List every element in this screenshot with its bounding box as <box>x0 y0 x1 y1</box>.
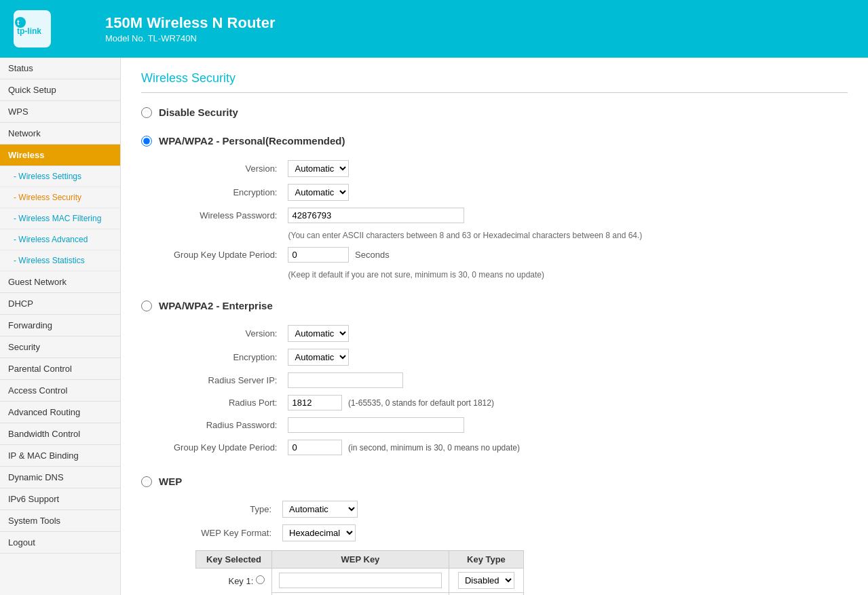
sidebar-item-bandwidth-control[interactable]: Bandwidth Control <box>0 423 120 445</box>
wep-key-header: WEP Key <box>271 551 449 569</box>
enterprise-group-key-label: Group Key Update Period: <box>168 436 282 459</box>
wpa-enterprise-label[interactable]: WPA/WPA2 - Enterprise <box>159 300 273 311</box>
sidebar-item-quick-setup[interactable]: Quick Setup <box>0 79 120 101</box>
wpa-personal-form: Version: Automatic WPA WPA2 Encryption: … <box>168 157 647 283</box>
sidebar-item-ipv6-support[interactable]: IPv6 Support <box>0 488 120 510</box>
sidebar: Status Quick Setup WPS Network Wireless … <box>0 58 121 595</box>
logo: tp-link t <box>14 10 51 47</box>
wpa-personal-label[interactable]: WPA/WPA2 - Personal(Recommended) <box>159 135 345 147</box>
header-info: 150M Wireless N Router Model No. TL-WR74… <box>105 14 275 43</box>
wep-key1-type-cell: Disabled 64bit 128bit 152bit <box>449 569 523 593</box>
enterprise-radius-port-label: Radius Port: <box>168 391 282 414</box>
sidebar-item-wireless-statistics[interactable]: - Wireless Statistics <box>0 250 120 271</box>
wep-radio[interactable] <box>141 476 152 487</box>
wpa-personal-section: WPA/WPA2 - Personal(Recommended) Version… <box>141 135 848 283</box>
sidebar-item-ip-mac-binding[interactable]: IP & MAC Binding <box>0 445 120 467</box>
header: tp-link t 150M Wireless N Router Model N… <box>0 0 868 58</box>
wep-type-label: Type: <box>168 497 277 521</box>
enterprise-version-label: Version: <box>168 322 282 345</box>
wep-key1-type-select[interactable]: Disabled 64bit 128bit 152bit <box>458 572 514 589</box>
sidebar-item-status[interactable]: Status <box>0 58 120 79</box>
enterprise-radius-password-input[interactable] <box>288 417 464 433</box>
sidebar-item-wireless-security[interactable]: - Wireless Security <box>0 187 120 208</box>
enterprise-version-row: Version: Automatic WPA WPA2 <box>168 322 525 345</box>
wpa-personal-radio[interactable] <box>141 136 152 147</box>
personal-group-key-input[interactable] <box>288 247 349 263</box>
personal-group-key-hint: (Keep it default if you are not sure, mi… <box>288 270 544 280</box>
sidebar-item-dhcp[interactable]: DHCP <box>0 293 120 315</box>
sidebar-item-dynamic-dns[interactable]: Dynamic DNS <box>0 467 120 488</box>
enterprise-radius-port-hint: (1-65535, 0 stands for default port 1812… <box>348 398 494 408</box>
enterprise-radius-port-row: Radius Port: (1-65535, 0 stands for defa… <box>168 391 525 414</box>
sidebar-item-logout[interactable]: Logout <box>0 532 120 554</box>
enterprise-encryption-label: Encryption: <box>168 345 282 369</box>
enterprise-radius-port-input[interactable] <box>288 395 342 410</box>
enterprise-group-key-input[interactable] <box>288 440 342 455</box>
wep-key-type-header: Key Type <box>449 551 523 569</box>
header-title: 150M Wireless N Router <box>105 14 275 32</box>
sidebar-item-guest-network[interactable]: Guest Network <box>0 271 120 293</box>
personal-password-hint-row: (You can enter ASCII characters between … <box>168 227 647 244</box>
personal-password-input[interactable] <box>288 208 464 223</box>
personal-encryption-select[interactable]: Automatic TKIP AES <box>288 184 349 201</box>
wep-key2-row: Key 2: Disabled 64bit 128bit 152b <box>196 593 524 596</box>
sidebar-item-wireless-mac-filtering[interactable]: - Wireless MAC Filtering <box>0 208 120 229</box>
enterprise-radius-password-label: Radius Password: <box>168 414 282 436</box>
sidebar-item-wireless[interactable]: Wireless <box>0 145 120 166</box>
wpa-enterprise-radio[interactable] <box>141 301 152 311</box>
enterprise-version-select[interactable]: Automatic WPA WPA2 <box>288 325 349 342</box>
sidebar-item-wireless-settings[interactable]: - Wireless Settings <box>0 166 120 187</box>
wpa-personal-row: WPA/WPA2 - Personal(Recommended) <box>141 135 848 147</box>
sidebar-item-wireless-advanced[interactable]: - Wireless Advanced <box>0 229 120 250</box>
personal-encryption-label: Encryption: <box>168 180 282 204</box>
page-title: Wireless Security <box>141 71 848 85</box>
personal-version-select[interactable]: Automatic WPA WPA2 <box>288 160 349 177</box>
wep-key-selected-header: Key Selected <box>196 551 272 569</box>
enterprise-group-key-row: Group Key Update Period: (in second, min… <box>168 436 525 459</box>
wep-key-format-row: WEP Key Format: Hexadecimal ASCII <box>168 521 363 545</box>
wpa-enterprise-section: WPA/WPA2 - Enterprise Version: Automatic… <box>141 300 848 459</box>
enterprise-radius-ip-row: Radius Server IP: <box>168 369 525 391</box>
sidebar-item-advanced-routing[interactable]: Advanced Routing <box>0 402 120 423</box>
personal-seconds-label: Seconds <box>355 250 390 260</box>
wep-form-top: Type: Automatic Shared Key Open System W… <box>168 497 363 545</box>
enterprise-encryption-row: Encryption: Automatic TKIP AES <box>168 345 525 369</box>
wep-row: WEP <box>141 476 848 487</box>
sidebar-item-security[interactable]: Security <box>0 337 120 358</box>
sidebar-item-system-tools[interactable]: System Tools <box>0 510 120 532</box>
sidebar-item-network[interactable]: Network <box>0 123 120 145</box>
disable-security-label[interactable]: Disable Security <box>159 107 238 118</box>
personal-group-key-row: Group Key Update Period: Seconds <box>168 244 647 266</box>
personal-version-label: Version: <box>168 157 282 180</box>
enterprise-encryption-select[interactable]: Automatic TKIP AES <box>288 349 349 366</box>
disable-security-section: Disable Security <box>141 107 848 118</box>
wep-label[interactable]: WEP <box>159 476 182 487</box>
content-area: Wireless Security Disable Security WPA/W… <box>121 58 868 595</box>
wep-section: WEP Type: Automatic Shared Key Open Syst… <box>141 476 848 595</box>
sidebar-item-wps[interactable]: WPS <box>0 101 120 123</box>
wep-key1-value-cell <box>271 569 449 593</box>
wep-key2-type-cell: Disabled 64bit 128bit 152bit <box>449 593 523 596</box>
wep-type-select[interactable]: Automatic Shared Key Open System <box>282 501 358 518</box>
enterprise-radius-ip-label: Radius Server IP: <box>168 369 282 391</box>
divider-top <box>141 92 848 93</box>
header-model: Model No. TL-WR740N <box>105 33 275 43</box>
personal-group-key-label: Group Key Update Period: <box>168 244 282 266</box>
wep-key-format-label: WEP Key Format: <box>168 521 277 545</box>
personal-password-row: Wireless Password: <box>168 204 647 227</box>
wep-key1-row: Key 1: Disabled 64bit 128bit 152b <box>196 569 524 593</box>
personal-group-key-hint-row: (Keep it default if you are not sure, mi… <box>168 266 647 283</box>
personal-version-row: Version: Automatic WPA WPA2 <box>168 157 647 180</box>
sidebar-item-access-control[interactable]: Access Control <box>0 380 120 402</box>
wep-key1-label-cell: Key 1: <box>196 569 272 593</box>
sidebar-item-parental-control[interactable]: Parental Control <box>0 358 120 380</box>
wep-type-row: Type: Automatic Shared Key Open System <box>168 497 363 521</box>
disable-security-radio[interactable] <box>141 107 152 118</box>
wep-key1-input[interactable] <box>279 573 442 588</box>
wep-key-format-select[interactable]: Hexadecimal ASCII <box>282 524 356 541</box>
svg-text:t: t <box>17 18 20 26</box>
sidebar-item-forwarding[interactable]: Forwarding <box>0 315 120 337</box>
wep-key1-radio[interactable] <box>256 575 265 584</box>
enterprise-radius-ip-input[interactable] <box>288 372 403 388</box>
disable-security-row: Disable Security <box>141 107 848 118</box>
